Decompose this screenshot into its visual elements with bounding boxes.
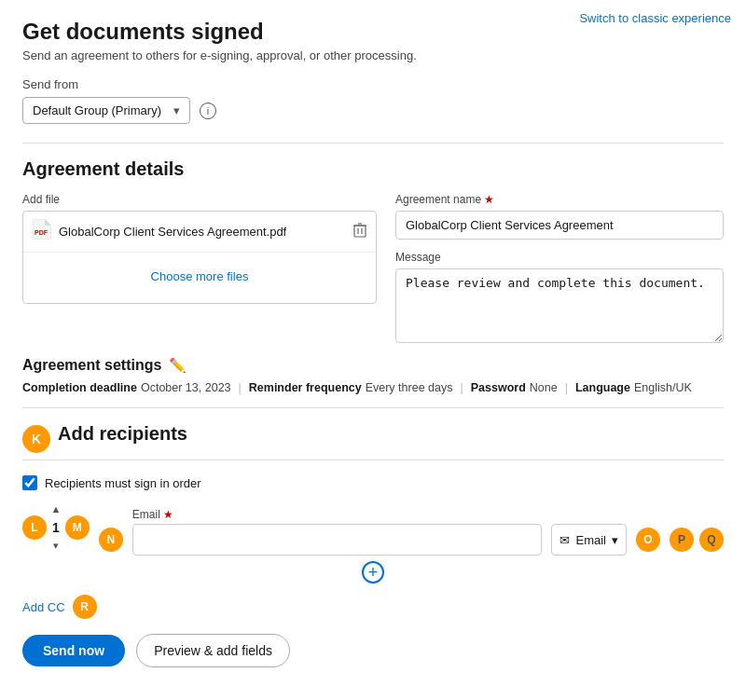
agreement-name-label: Agreement name ★ (395, 193, 724, 206)
email-type-dropdown[interactable]: ✉ Email ▾ (551, 524, 627, 556)
sign-in-order-label: Recipients must sign in order (45, 476, 201, 490)
pdf-icon: PDF (33, 219, 51, 244)
send-from-label: Send from (22, 77, 724, 91)
annotation-l: L (22, 515, 47, 540)
file-box: PDF GlobalCorp Client Services Agreement… (22, 211, 377, 304)
preview-add-fields-button[interactable]: Preview & add fields (136, 634, 290, 667)
choose-more-files[interactable]: Choose more files (23, 253, 376, 300)
page-subtitle: Send an agreement to others for e-signin… (22, 48, 724, 62)
edit-settings-icon[interactable]: ✏️ (169, 357, 186, 374)
recipient-number: 1 (52, 520, 60, 535)
section-divider-2 (22, 407, 724, 408)
send-from-value: Default Group (Primary) (33, 103, 161, 117)
add-file-label: Add file (22, 193, 377, 206)
svg-rect-1 (354, 226, 366, 237)
add-recipients-title: Add recipients (58, 423, 187, 445)
add-recipient-button[interactable]: + (362, 561, 384, 583)
annotation-r: R (73, 595, 97, 619)
agreement-details-title: Agreement details (22, 158, 724, 180)
email-field-label: Email ★ (132, 508, 543, 521)
chevron-down-icon: ▾ (173, 103, 180, 117)
chevron-down-icon[interactable]: ▾ (53, 540, 59, 552)
chevron-up-icon[interactable]: ▲ (50, 503, 61, 515)
annotation-q: Q (699, 528, 724, 552)
message-label: Message (395, 251, 724, 264)
info-icon[interactable]: i (200, 103, 216, 119)
file-item: PDF GlobalCorp Client Services Agreement… (23, 212, 376, 253)
agreement-settings-title: Agreement settings (22, 357, 161, 374)
message-textarea[interactable]: Please review and complete this document… (395, 268, 724, 343)
add-recipient-row: + (22, 561, 724, 583)
send-now-button[interactable]: Send now (22, 635, 125, 666)
envelope-icon: ✉ (560, 533, 570, 547)
svg-text:PDF: PDF (35, 229, 48, 236)
annotation-k: K (22, 425, 50, 453)
file-name: GlobalCorp Client Services Agreement.pdf (59, 225, 346, 239)
delete-file-icon[interactable] (353, 223, 366, 240)
section-divider (22, 143, 724, 144)
settings-meta: Completion deadline October 13, 2023 | R… (22, 381, 724, 394)
annotation-m: M (65, 515, 90, 540)
annotation-o: O (636, 528, 660, 552)
annotation-p: P (670, 528, 694, 552)
agreement-name-input[interactable] (395, 211, 724, 240)
sign-in-order-checkbox[interactable] (22, 475, 37, 490)
add-cc-link[interactable]: Add CC (22, 600, 65, 614)
send-from-dropdown[interactable]: Default Group (Primary) ▾ (22, 97, 190, 124)
email-type-label: Email (575, 533, 606, 547)
annotation-n: N (99, 528, 123, 552)
section-divider-3 (22, 460, 724, 460)
switch-classic-link[interactable]: Switch to classic experience (579, 11, 731, 25)
email-type-chevron-icon: ▾ (612, 533, 618, 547)
email-input[interactable] (132, 524, 543, 556)
